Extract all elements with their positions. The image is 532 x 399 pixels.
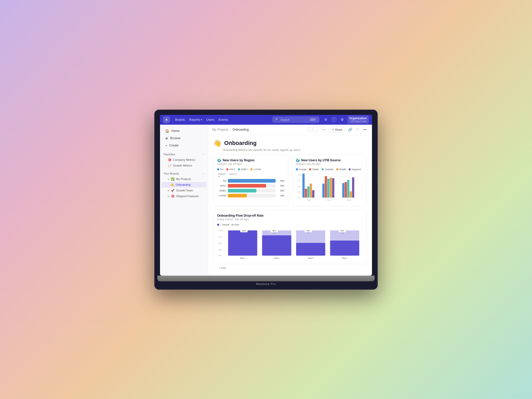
search-bar[interactable]: 🔍 Search ⌘K [272, 117, 319, 123]
create-icon: + [165, 144, 167, 148]
macbook-frame: × Boards Reports Users Events 🔍 Search [154, 110, 378, 290]
favorite-button[interactable]: ♡ [355, 127, 360, 132]
legend-apac-dot [226, 168, 228, 170]
value-col-header: Value ▾ [229, 173, 237, 178]
logo-button[interactable]: × [163, 116, 170, 123]
macbook-screen: × Boards Reports Users Events 🔍 Search [154, 110, 378, 290]
sidebar-item-browse[interactable]: ⊕ Browse [162, 135, 206, 142]
sidebar-item-company-metrics[interactable]: 🎯 Company Metrics [162, 157, 206, 163]
hbar-fill-emea [228, 189, 256, 192]
page-title-row: 👋 Onboarding [213, 139, 367, 147]
main-layout: 🏠 Home ⊕ Browse + Create Favorites − [160, 125, 372, 276]
link-button[interactable]: 🔗 [347, 127, 353, 132]
legend-emea: EMEA [238, 168, 248, 171]
search-icon: 🔍 [275, 118, 279, 121]
search-placeholder: Search [281, 118, 290, 121]
organization-button[interactable]: Organization All Project Data [347, 116, 369, 124]
page-description: Onboarding Metrics are specific for for … [223, 148, 367, 151]
share-button[interactable]: ↗ Share [329, 127, 345, 133]
expand-icon: ▶ [168, 178, 169, 180]
nav-right-actions: ⊞ ? ⚙ Organization All Project Data [322, 116, 369, 124]
settings-icon: ⚙ [341, 117, 344, 122]
company-metrics-icon: 🎯 [168, 158, 171, 162]
sidebar-item-growth-team[interactable]: ▶ 🚀 Growth Team [162, 188, 206, 193]
macbook-label: Macbook Pro [160, 281, 372, 286]
hbar-headers: Region ▾ Value ▾ [217, 173, 284, 178]
utm-bar-chart-svg: 100% 75% 50% 25% 0% [296, 173, 363, 201]
svg-text:100%: 100% [242, 230, 246, 231]
nav-forward-button[interactable]: › [313, 127, 318, 132]
legend-apac: APAC [226, 168, 236, 171]
chart2-legend: Google Twitter LinkedIn [296, 168, 363, 171]
chart-onboarding-funnel: Onboarding Flow Drop-off Rate 4-step Fun… [213, 210, 367, 264]
breadcrumb-my-projects[interactable]: My Projects [212, 128, 229, 131]
region-col-header: Region ▾ [218, 173, 227, 178]
sidebar-item-onboarding[interactable]: 👋 Onboarding [162, 182, 206, 188]
legend-emea-dot [238, 168, 240, 170]
nav-boards[interactable]: Boards [173, 117, 187, 123]
hbar-track-emea [228, 189, 276, 192]
search-shortcut: ⌘K [309, 118, 316, 121]
nav-back-button[interactable]: ‹ [307, 127, 312, 132]
svg-rect-25 [349, 191, 352, 197]
onboarding-icon: 👋 [170, 183, 174, 187]
svg-text:Step 2: Step 2 [274, 257, 280, 259]
svg-text:75%: 75% [218, 236, 222, 238]
page-header: 👋 Onboarding Onboarding Metrics are spec… [213, 139, 367, 151]
hbar-fill-apac [228, 184, 266, 188]
grid-view-button[interactable]: ⊞ [322, 116, 329, 123]
funnel-legend-dot [217, 224, 219, 226]
legend-twitter: Twitter [309, 168, 319, 171]
more-options-button[interactable]: ••• [362, 127, 368, 132]
legend-linkedin: LinkedIn [322, 168, 334, 171]
chart3-title: Onboarding Flow Drop-off Rate [217, 214, 363, 217]
funnel-legend: Overall · 30.25% [217, 223, 363, 226]
svg-rect-17 [325, 176, 327, 198]
legend-segment: Segment [349, 168, 361, 171]
svg-text:0%: 0% [218, 254, 221, 256]
sidebar-item-my-projects[interactable]: ▶ ✅ My Projects [162, 176, 206, 182]
chart2-globe-icon: 🌍 [296, 158, 300, 162]
nav-users[interactable]: Users [204, 117, 216, 123]
breadcrumb-onboarding[interactable]: Onboarding [232, 128, 249, 131]
svg-rect-48 [262, 235, 291, 256]
legend-na-dot [217, 168, 219, 170]
chart1-globe-icon: 🌍 [217, 158, 221, 162]
your-boards-toggle[interactable]: − [203, 172, 204, 175]
sidebar-item-create[interactable]: + Create [162, 142, 206, 149]
breadcrumb-separator: / [230, 128, 231, 131]
svg-text:Aug 19: Aug 19 [347, 198, 351, 201]
legend-latam: LATAM [250, 168, 261, 171]
sidebar-item-shipped-features[interactable]: ▶ 🎯 Shipped Features [162, 194, 206, 199]
legend-twitter-dot [309, 168, 311, 170]
settings-button[interactable]: ⚙ [339, 116, 346, 123]
sidebar-item-growth-metrics[interactable]: 📈 Growth Metrics [162, 163, 206, 168]
macbook-base [157, 276, 375, 281]
logo-icon: × [165, 118, 168, 122]
shipped-features-icon: 🎯 [171, 195, 175, 198]
screen-inner: × Boards Reports Users Events 🔍 Search [160, 115, 372, 276]
svg-text:80%: 80% [272, 230, 276, 231]
chart-new-users-by-region: 🌍 New Users by Region Uniques, last 28 d… [213, 155, 288, 206]
sidebar-item-home[interactable]: 🏠 Home [162, 128, 206, 135]
svg-text:0%: 0% [298, 196, 300, 198]
chart1-subtitle: Uniques, last 28 days [217, 163, 284, 165]
page-emoji: 👋 [213, 139, 222, 147]
svg-text:0.5k: 0.5k [341, 232, 344, 234]
nav-reports[interactable]: Reports [187, 117, 204, 123]
add-section[interactable]: + Add [213, 264, 367, 271]
nav-events[interactable]: Events [216, 117, 230, 123]
svg-text:Aug 5: Aug 5 [307, 198, 311, 201]
legend-linkedin-dot [322, 168, 324, 170]
top-charts-row: 🌍 New Users by Region Uniques, last 28 d… [213, 155, 367, 206]
help-button[interactable]: ? [331, 116, 337, 123]
growth-team-icon: 🚀 [171, 189, 175, 192]
hbar-row-emea: EMEA 30K [217, 189, 284, 192]
legend-segment-dot [349, 168, 351, 170]
user-count-badge: +3 [321, 127, 326, 132]
funnel-chart-svg: 100% 75% 50% 25% 0% [217, 228, 363, 259]
svg-text:Step 1: Step 1 [240, 257, 245, 259]
svg-rect-18 [327, 179, 329, 198]
favorites-toggle[interactable]: − [203, 153, 204, 156]
svg-text:50%: 50% [307, 230, 310, 231]
